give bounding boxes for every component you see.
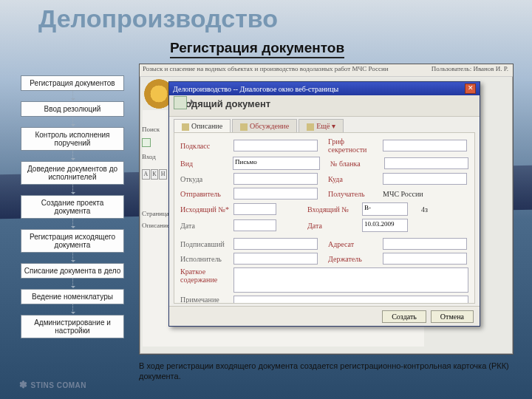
field-label: Примечание: [180, 296, 233, 304]
tab-more[interactable]: Ещё ▾: [299, 119, 344, 133]
save-button[interactable]: Создать: [382, 310, 426, 323]
slide-description: В ходе регистрации входящего документа с…: [139, 361, 514, 381]
step-box: Ввод резолюций: [21, 101, 124, 117]
field-label: Краткое содержание: [180, 267, 233, 284]
field-label: Откуда: [180, 175, 233, 183]
field-label: Дата: [180, 222, 233, 230]
field-label: Держатель: [328, 255, 383, 263]
from-input[interactable]: [233, 173, 318, 185]
field-label: Подписавший: [180, 240, 233, 248]
field-label: Дата: [307, 222, 362, 230]
copies-value: 4з: [421, 205, 428, 214]
step-box: Списание документа в дело: [21, 263, 124, 279]
incoming-label: Вход: [142, 153, 156, 160]
sender-input[interactable]: [233, 188, 318, 200]
outno-input[interactable]: [233, 203, 276, 215]
field-label: Адресат: [328, 240, 383, 248]
dialog-title: Делопроизводство -- Диалоговое окно веб-…: [173, 85, 338, 93]
tab-icon: [307, 123, 314, 131]
recv-value: МЧС России: [383, 190, 423, 198]
doc-type-icon[interactable]: [174, 96, 187, 109]
pager-label: Страница: [142, 210, 169, 217]
field-label: Отправитель: [180, 190, 233, 198]
company-logo: ✽STINS COMAN: [19, 379, 86, 390]
sub-title: Регистрация документов: [170, 40, 344, 58]
step-box: Создание проекта документа: [21, 195, 124, 219]
field-label: Гриф секретности: [328, 137, 383, 154]
date2-input[interactable]: 10.03.2009: [362, 219, 408, 232]
filter-chip[interactable]: Н: [159, 169, 167, 180]
inno-input[interactable]: В-: [362, 202, 408, 216]
date1-input[interactable]: [233, 219, 276, 231]
dialog-window: Делопроизводство -- Диалоговое окно веб-…: [168, 81, 480, 327]
step-box: Администрирование и настройки: [21, 315, 124, 338]
process-sidebar: Регистрация документов Ввод резолюций Ко…: [21, 75, 124, 349]
blank-input[interactable]: [384, 157, 468, 169]
cancel-button[interactable]: Отмена: [431, 310, 474, 323]
step-box: Регистрация документов: [21, 75, 124, 91]
field-label: Куда: [328, 175, 383, 183]
kind-input[interactable]: Письмо: [233, 157, 320, 170]
filter-chip[interactable]: А: [142, 169, 150, 180]
tab-icon: [240, 123, 248, 131]
summary-textarea[interactable]: [233, 267, 468, 293]
field-label: Входящий №: [307, 205, 362, 214]
tab-icon: [182, 123, 189, 131]
step-box: Доведение документов до исполнителей: [21, 161, 124, 185]
main-title: Делопроизводство: [38, 4, 278, 33]
field-label: Получатель: [328, 190, 383, 198]
field-label: № бланка: [330, 160, 384, 168]
doc-type-title: Входящий документ: [174, 98, 270, 109]
subtype-input[interactable]: [233, 140, 318, 151]
field-label: Вид: [180, 160, 233, 168]
step-box: Ведение номенклатуры: [21, 289, 124, 304]
signed-input[interactable]: [233, 238, 318, 250]
note-textarea[interactable]: [233, 296, 468, 304]
addr-input[interactable]: [383, 238, 467, 250]
search-label: Поиск: [142, 126, 167, 133]
exec-input[interactable]: [233, 253, 318, 265]
to-input[interactable]: [383, 173, 467, 185]
step-box: Контроль исполнения поручений: [21, 127, 124, 151]
filter-chip[interactable]: К: [151, 169, 159, 180]
secrecy-input[interactable]: [383, 140, 467, 151]
tab-main[interactable]: Описание: [174, 119, 231, 133]
desc-label: Описание: [142, 222, 170, 229]
app-user: Пользователь: Иванов И. Р.: [432, 65, 508, 72]
field-label: Подкласс: [180, 142, 233, 150]
step-box: Регистрация исходящего документа: [21, 229, 124, 253]
tab-discussion[interactable]: Обсуждение: [232, 119, 297, 133]
holder-input[interactable]: [383, 253, 467, 265]
field-label: Исходящий №*: [180, 205, 233, 214]
incoming-checkbox[interactable]: [142, 138, 151, 147]
close-icon[interactable]: ✕: [465, 83, 476, 94]
field-label: Исполнитель: [180, 255, 233, 263]
